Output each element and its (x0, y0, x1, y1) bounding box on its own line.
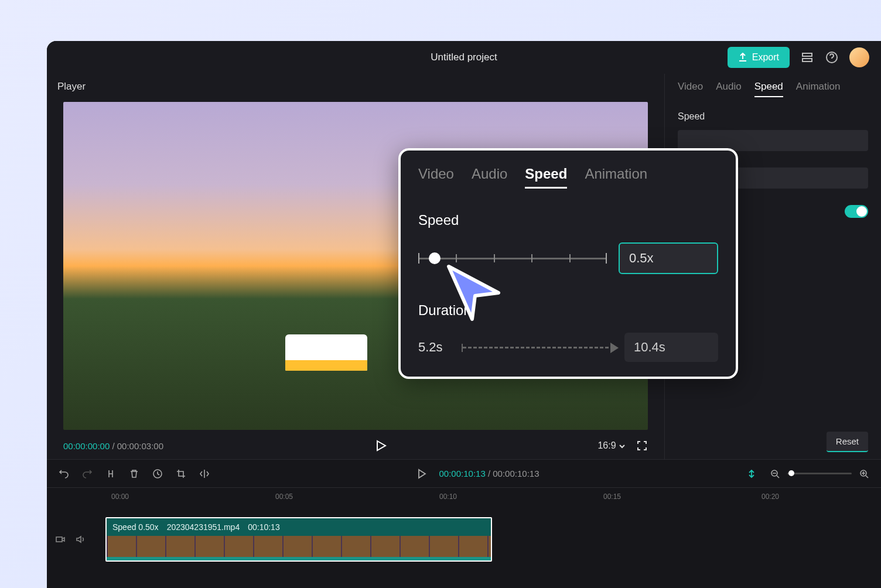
time-current: 00:00:00:00 (63, 441, 110, 451)
track-controls (55, 516, 86, 563)
clip-duration: 00:10:13 (248, 522, 280, 532)
ruler-tick: 00:20 (762, 493, 779, 501)
export-label: Export (752, 52, 779, 63)
video-track-icon[interactable] (55, 534, 66, 545)
speed-slider[interactable] (418, 258, 607, 259)
popup-tabs: Video Audio Speed Animation (418, 166, 718, 189)
zoom-slider[interactable] (787, 473, 852, 474)
video-content (285, 334, 367, 371)
project-title[interactable]: Untitled project (431, 52, 497, 63)
duration-arrow-icon (463, 347, 614, 348)
svg-rect-1 (803, 59, 812, 61)
timeline-toolbar: 00:00:10:13 / 00:00:10:13 (47, 460, 881, 488)
crop-icon[interactable] (176, 469, 186, 479)
popup-tab-animation[interactable]: Animation (585, 166, 647, 189)
help-icon[interactable] (825, 50, 839, 64)
speed-slider-handle[interactable] (429, 252, 440, 264)
popup-tab-audio[interactable]: Audio (472, 166, 507, 189)
video-clip[interactable]: Speed 0.50x 202304231951.mp4 00:10:13 (105, 517, 492, 562)
timeline-time: 00:00:10:13 / 00:00:10:13 (439, 469, 539, 478)
ruler-tick: 00:00 (111, 493, 129, 501)
split-icon[interactable] (105, 469, 116, 479)
toggle-switch[interactable] (845, 205, 868, 218)
timeline-time-total: 00:00:10:13 (493, 469, 539, 478)
popup-tab-speed[interactable]: Speed (525, 166, 567, 189)
svg-rect-0 (803, 53, 812, 56)
audio-track-icon[interactable] (75, 534, 86, 545)
play-button[interactable] (375, 439, 387, 452)
aspect-ratio-selector[interactable]: 16:9 (597, 440, 626, 451)
zoom-in-icon[interactable] (859, 469, 869, 479)
player-right-controls: 16:9 (597, 440, 648, 452)
reset-button[interactable]: Reset (827, 432, 868, 452)
clip-thumbnails (107, 536, 491, 562)
duration-row: 5.2s 10.4s (418, 333, 718, 362)
player-controls: 00:00:00:00 / 00:00:03:00 16:9 (57, 430, 654, 452)
delete-icon[interactable] (129, 469, 139, 479)
avatar[interactable] (849, 47, 869, 67)
undo-icon[interactable] (59, 469, 69, 479)
upload-icon (738, 53, 747, 62)
popup-speed-label: Speed (418, 212, 718, 228)
timeline-ruler[interactable]: 00:00 00:05 00:10 00:15 00:20 (47, 488, 881, 505)
player-time: 00:00:00:00 / 00:00:03:00 (63, 441, 163, 451)
fullscreen-icon[interactable] (636, 440, 648, 452)
duration-to-input[interactable]: 10.4s (624, 333, 718, 362)
clip-filename: 202304231951.mp4 (167, 522, 240, 532)
clip-speed-badge: Speed 0.50x (112, 522, 159, 532)
mirror-icon[interactable] (199, 469, 210, 479)
time-separator: / (112, 441, 117, 451)
speed-section-label: Speed (678, 111, 868, 122)
tab-video[interactable]: Video (678, 81, 703, 97)
snap-icon[interactable] (746, 469, 757, 479)
speed-icon[interactable] (152, 469, 163, 479)
popup-tab-video[interactable]: Video (418, 166, 454, 189)
cursor-pointer-icon (443, 261, 507, 325)
timeline-time-current: 00:00:10:13 (439, 469, 486, 478)
duration-from: 5.2s (418, 340, 452, 355)
tab-audio[interactable]: Audio (716, 81, 741, 97)
ruler-tick: 00:05 (275, 493, 293, 501)
player-label: Player (57, 81, 654, 93)
timeline: 00:00:10:13 / 00:00:10:13 00:00 00:05 00… (47, 459, 881, 588)
panel-tabs: Video Audio Speed Animation (678, 81, 868, 97)
titlebar-actions: Export (728, 47, 869, 68)
zoom-out-icon[interactable] (770, 469, 780, 479)
svg-rect-6 (56, 537, 62, 542)
timeline-play-icon[interactable] (417, 469, 426, 479)
clip-header: Speed 0.50x 202304231951.mp4 00:10:13 (107, 518, 491, 536)
zoom-controls (770, 469, 869, 479)
speed-value-input[interactable]: 0.5x (619, 242, 718, 274)
tab-speed[interactable]: Speed (754, 81, 783, 97)
ruler-tick: 00:10 (439, 493, 457, 501)
tab-animation[interactable]: Animation (796, 81, 841, 97)
ruler-tick: 00:15 (603, 493, 621, 501)
export-button[interactable]: Export (728, 47, 790, 68)
time-total: 00:00:03:00 (117, 441, 163, 451)
layout-icon[interactable] (800, 50, 814, 64)
titlebar: Untitled project Export (47, 41, 881, 74)
redo-icon[interactable] (82, 469, 93, 479)
